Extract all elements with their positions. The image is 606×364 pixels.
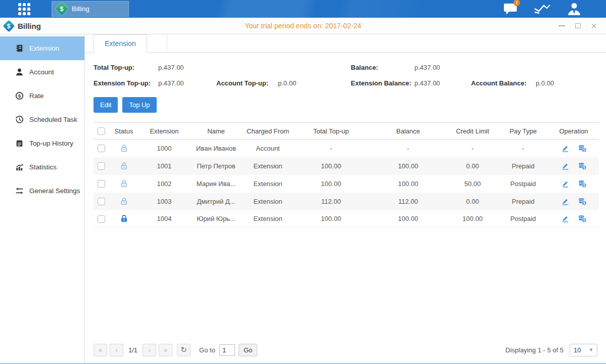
- topup-icon[interactable]: $: [578, 179, 587, 188]
- topbar: $ Billing !: [0, 0, 606, 18]
- sidebar-item-account[interactable]: Account: [0, 60, 84, 84]
- table-row[interactable]: 1000 Иван Иванов Account - - - -: [94, 140, 599, 157]
- prev-page-button[interactable]: ‹: [110, 344, 123, 356]
- extension-topup-label: Extension Top-up:: [94, 79, 158, 87]
- chart-bars-icon: [15, 163, 24, 171]
- sidebar: Extension Account $ Rate: [0, 34, 85, 363]
- cell-credit-limit: 0.00: [447, 157, 498, 175]
- window-title: Billing: [18, 22, 41, 30]
- topup-button[interactable]: Top Up: [122, 97, 156, 113]
- taskbar-item-billing[interactable]: $ Billing: [52, 1, 129, 17]
- cell-extension: 1000: [139, 140, 190, 157]
- trial-notice: Your trial period ends on: 2017-02-24: [245, 22, 361, 30]
- refresh-icon[interactable]: ↻: [177, 344, 191, 356]
- table-row[interactable]: 1004 Юрий Юрь... Extension 100.00 100.00…: [94, 210, 599, 228]
- page-indicator: 1/1: [128, 346, 137, 354]
- cell-balance: 112.00: [369, 193, 447, 210]
- topup-icon[interactable]: $: [578, 214, 587, 223]
- edit-button[interactable]: Edit: [94, 97, 118, 113]
- table-body: 1000 Иван Иванов Account - - - -: [94, 140, 599, 228]
- minimize-button[interactable]: [557, 22, 566, 30]
- svg-text:$: $: [583, 148, 585, 152]
- line-chart-icon: [534, 3, 551, 15]
- maximize-button[interactable]: [574, 22, 582, 30]
- svg-text:$: $: [583, 201, 585, 205]
- person-bust-icon: [567, 3, 582, 16]
- edit-icon[interactable]: [561, 144, 570, 153]
- person-icon: [15, 68, 24, 76]
- balance-label: Balance:: [351, 64, 414, 71]
- row-checkbox[interactable]: [98, 198, 105, 205]
- user-icon[interactable]: [566, 3, 583, 16]
- total-topup-label: Total Top-up:: [94, 64, 158, 71]
- cell-charged-from: Extension: [243, 210, 293, 228]
- cell-extension: 1003: [139, 193, 190, 210]
- topup-icon[interactable]: $: [578, 144, 587, 153]
- sidebar-item-rate[interactable]: $ Rate: [0, 84, 84, 108]
- cell-pay-type: Postpaid: [498, 175, 548, 193]
- resource-monitor-icon[interactable]: [534, 3, 551, 16]
- sidebar-item-extension[interactable]: Extension: [0, 36, 84, 60]
- extension-balance-value: p.437.00: [414, 79, 471, 87]
- row-checkbox[interactable]: [98, 215, 105, 223]
- app-launcher-icon[interactable]: [18, 3, 30, 15]
- page-size-select[interactable]: 10 ▼: [570, 344, 597, 356]
- goto-label: Go to: [199, 346, 215, 354]
- sidebar-item-label: Rate: [29, 92, 44, 100]
- extension-tab-content: Total Top-up: p.437.00 Balance: p.437.00…: [85, 53, 606, 363]
- content-spacer: [94, 228, 599, 341]
- table-row[interactable]: 1001 Петр Петров Extension 100.00 100.00…: [94, 157, 599, 175]
- column-header-pay-type[interactable]: Pay Type: [498, 123, 548, 140]
- cell-charged-from: Extension: [243, 175, 293, 193]
- cell-total-topup: 100.00: [293, 175, 369, 193]
- edit-icon[interactable]: [561, 179, 570, 188]
- edit-icon[interactable]: [561, 197, 570, 206]
- account-balance-value: p.0.00: [536, 79, 599, 87]
- cell-total-topup: 100.00: [293, 157, 369, 175]
- window-controls: ×: [557, 22, 606, 30]
- row-checkbox[interactable]: [98, 162, 105, 170]
- topup-icon[interactable]: $: [578, 197, 587, 206]
- sidebar-item-scheduled-task[interactable]: Scheduled Task: [0, 108, 84, 131]
- topup-icon[interactable]: $: [578, 162, 587, 170]
- last-page-button[interactable]: »: [159, 344, 172, 356]
- sidebar-item-label: Scheduled Task: [29, 116, 77, 123]
- edit-icon[interactable]: [561, 162, 570, 170]
- column-header-extension[interactable]: Extension: [139, 123, 190, 140]
- table-header-row: Status Extension Name Charged From Total…: [94, 123, 599, 140]
- extension-balance-label: Extension Balance:: [351, 79, 414, 87]
- column-header-name[interactable]: Name: [190, 123, 243, 140]
- column-header-status[interactable]: Status: [109, 123, 139, 140]
- sidebar-item-topup-history[interactable]: Top-up History: [0, 131, 84, 155]
- displaying-info: Displaying 1 - 5 of 5: [505, 346, 564, 354]
- edit-icon[interactable]: [561, 214, 570, 223]
- sidebar-item-statistics[interactable]: Statistics: [0, 155, 84, 179]
- row-checkbox[interactable]: [98, 180, 105, 188]
- column-header-total-topup[interactable]: Total Top-up: [293, 123, 369, 140]
- tab-strip: Extension: [85, 34, 606, 53]
- lock-open-icon: [120, 179, 128, 188]
- column-header-credit-limit[interactable]: Credit Limit: [447, 123, 498, 140]
- first-page-button[interactable]: «: [94, 344, 107, 356]
- extensions-table: Status Extension Name Charged From Total…: [94, 122, 599, 228]
- go-button[interactable]: Go: [239, 344, 257, 356]
- cell-pay-type: Prepaid: [498, 193, 548, 210]
- table-row[interactable]: 1003 Дмитрий Д... Extension 112.00 112.0…: [94, 193, 599, 210]
- sidebar-item-label: Statistics: [29, 163, 57, 171]
- column-header-balance[interactable]: Balance: [369, 123, 447, 140]
- column-header-charged-from[interactable]: Charged From: [243, 123, 293, 140]
- select-all-checkbox[interactable]: [98, 127, 105, 135]
- close-button[interactable]: ×: [590, 22, 598, 30]
- row-checkbox[interactable]: [98, 145, 105, 152]
- next-page-button[interactable]: ›: [143, 344, 156, 356]
- cell-extension: 1004: [139, 210, 190, 228]
- messages-icon[interactable]: !: [502, 3, 519, 16]
- goto-page-input[interactable]: [219, 344, 235, 356]
- cell-total-topup: 112.00: [293, 193, 369, 210]
- tab-extension[interactable]: Extension: [94, 34, 147, 53]
- cell-credit-limit: 100.00: [447, 210, 498, 228]
- dollar-circle-icon: $: [15, 92, 24, 100]
- sidebar-item-general-settings[interactable]: General Settings: [0, 179, 84, 203]
- cell-charged-from: Extension: [243, 193, 293, 210]
- table-row[interactable]: 1002 Мария Ива... Extension 100.00 100.0…: [94, 175, 599, 193]
